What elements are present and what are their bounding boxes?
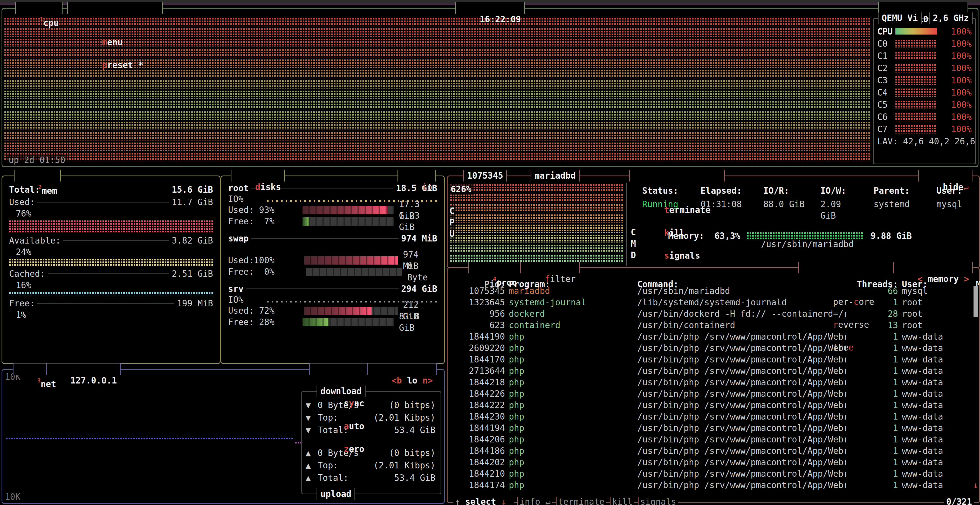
detail-actions[interactable]: terminate kill signals — [629, 170, 725, 182]
cpu-core-row: C6 100% — [873, 111, 975, 123]
update-interval-control[interactable]: - 1000ms + — [878, 2, 968, 14]
proc-filter-button[interactable]: filter — [520, 262, 580, 273]
cpu-option[interactable]: menu — [102, 37, 138, 47]
proc-row[interactable]: 1844170 php /usr/bin/php /srv/www/pmacon… — [452, 354, 967, 365]
mem-item: Free:199 MiB 1% — [9, 298, 213, 322]
proc-row[interactable]: 1844202 php /usr/bin/php /srv/www/pmacon… — [452, 457, 967, 468]
cpu-graph-band — [5, 49, 870, 57]
net-panel: 3net 127.0.0.1 sync auto zero <b lo n> 1… — [2, 369, 445, 504]
cpu-panel: 1cpu menu preset * 16:22:09 - 1000ms + u… — [2, 8, 978, 167]
sort-next-icon[interactable]: > — [964, 274, 969, 284]
disks-panel: disks io root18.5 GiB IO% Used: 93% 17.3… — [221, 175, 445, 364]
proc-footer: ↑ select ↓ info ↵terminatekillsignals 0/… — [453, 496, 974, 505]
net-download-history-line — [6, 438, 294, 440]
cpu-core-row: C5 100% — [873, 99, 975, 111]
cpu-frequency-label: 2,6 GHz — [929, 13, 973, 24]
cpu-graph-band — [5, 153, 870, 161]
detail-action-button[interactable]: terminate — [664, 205, 721, 215]
cpu-core-row: C3 100% — [873, 74, 975, 86]
proc-row[interactable]: 2713644 php /usr/bin/php /srv/www/pmacon… — [452, 365, 967, 377]
proc-row[interactable]: 1844230 php /usr/bin/php /srv/www/pmacon… — [452, 411, 967, 422]
detail-pid-label: 1075345 — [463, 170, 507, 182]
load-average-row: LAV: 42,6 40,2 26,6 — [873, 135, 975, 148]
proc-row[interactable]: 1844186 php /usr/bin/php /srv/www/pmacon… — [452, 445, 967, 457]
proc-row[interactable]: 956 dockerd /usr/bin/dockerd -H fd:// --… — [452, 308, 967, 320]
cpu-hotkey-number: 1 — [40, 16, 43, 22]
download-title: download — [317, 386, 366, 397]
scroll-more-icon[interactable]: ↓ — [973, 480, 978, 491]
net-interface-selector[interactable]: <b lo n> — [367, 363, 437, 375]
detail-graph-band — [450, 184, 624, 192]
proc-row[interactable]: 1844222 php /usr/bin/php /srv/www/pmacon… — [452, 400, 967, 411]
footer-action-button[interactable]: kill — [610, 497, 634, 505]
mem-item-graph — [9, 259, 213, 266]
proc-option[interactable]: per-core — [833, 297, 890, 307]
detail-stat-header: IO/W: — [807, 185, 861, 196]
sort-prev-icon[interactable]: < — [918, 274, 923, 284]
disk-free-bar — [302, 217, 394, 226]
net-scale-bottom-label: 10K — [5, 491, 21, 503]
cpu-core-row: C4 100% — [873, 86, 975, 99]
detail-cpu-percent: 626% — [449, 183, 473, 195]
cpu-graph-band — [5, 18, 870, 26]
cpu-graph-band — [5, 28, 870, 37]
proc-row[interactable]: 1844206 php /usr/bin/php /srv/www/pmacon… — [452, 434, 967, 445]
cpu-menu-button[interactable]: menu preset * — [67, 2, 163, 14]
footer-action-button[interactable]: signals — [638, 497, 678, 505]
mem-hotkey-number: 2 — [38, 184, 41, 190]
cpu-graph-band — [5, 80, 870, 89]
select-down-icon[interactable]: ↓ — [501, 497, 506, 505]
mem-panel-title[interactable]: 2mem — [14, 170, 61, 182]
detail-graph-band — [450, 225, 624, 233]
detail-stat-header: Elapsed: — [687, 185, 750, 196]
proc-row[interactable]: 1323645 systemd-journal /lib/systemd/sys… — [452, 297, 967, 308]
cpu-graph-band — [5, 91, 870, 99]
net-option[interactable]: zero — [344, 444, 375, 454]
cpu-option[interactable]: preset * — [102, 60, 159, 70]
proc-row[interactable]: 2609220 php /usr/bin/php /srv/www/pmacon… — [452, 343, 967, 354]
disk-used-bar — [304, 307, 398, 315]
cpu-panel-title[interactable]: 1cpu — [15, 2, 62, 14]
detail-hide-button[interactable]: hide↵ — [918, 170, 972, 182]
cpu-core-row: C7 100% — [873, 123, 975, 135]
proc-row[interactable]: 1844190 php /usr/bin/php /srv/www/pmacon… — [452, 331, 967, 343]
disk-section: swap974 MiB Used:100% 974 MiB Free: 0% 0… — [228, 233, 437, 277]
mem-panel: 2mem Total:15.6 GiB Used:11.7 GiB 76% Av… — [2, 175, 221, 364]
process-detail-panel: 1075345 mariadbd terminate kill signals … — [447, 175, 980, 268]
cpu-core-box: QEMU Vi 2,6 GHz CPU 100% C0 100% C1 — [873, 18, 976, 164]
disks-io-toggle[interactable]: io — [398, 170, 436, 182]
footer-action-button[interactable]: info ↵ — [517, 497, 552, 505]
proc-sort-selector[interactable]: < memory > — [893, 262, 973, 273]
proc-option[interactable]: tree — [833, 343, 869, 353]
proc-scrollbar[interactable] — [974, 287, 978, 317]
clock: 16:22:09 — [455, 2, 525, 14]
proc-row[interactable]: 1844226 php /usr/bin/php /srv/www/pmacon… — [452, 388, 967, 400]
detail-stat-header: IO/R: — [750, 185, 807, 196]
proc-row[interactable]: 623 containerd /usr/bin/containerd 13 ro… — [452, 320, 967, 331]
detail-stat-value: 2.09 GiB — [807, 199, 861, 221]
mem-item: Used:11.7 GiB 76% — [9, 196, 213, 233]
proc-options[interactable]: per-core reverse tree — [798, 262, 894, 273]
proc-row[interactable]: 1844174 php /usr/bin/php /srv/www/pmacon… — [452, 480, 967, 491]
mem-item-graph — [9, 220, 213, 233]
footer-action-button[interactable]: terminate — [556, 497, 606, 505]
proc-row[interactable]: 1844210 php /usr/bin/php /srv/www/pmacon… — [452, 468, 967, 480]
detail-action-button[interactable]: kill — [664, 228, 695, 238]
select-up-icon[interactable]: ↑ — [455, 497, 460, 505]
cpu-graph-band — [5, 143, 870, 151]
uptime-label: up 2d 01:50 — [6, 155, 67, 166]
proc-row[interactable]: 1844218 php /usr/bin/php /srv/www/pmacon… — [452, 377, 967, 388]
proc-row[interactable]: 1844194 php /usr/bin/php /srv/www/pmacon… — [452, 422, 967, 434]
disks-panel-title[interactable]: disks — [231, 170, 285, 182]
proc-option[interactable]: reverse — [833, 320, 885, 330]
detail-command: /usr/sbin/mariadbd — [640, 239, 975, 250]
upload-title: upload — [317, 488, 355, 500]
net-option[interactable]: auto — [344, 421, 375, 431]
disk-section: srv294 GiB IO% Used: 72% 212 GiB Free: 2… — [228, 283, 437, 328]
net-option[interactable]: sync — [344, 398, 375, 408]
detail-graph-band — [450, 235, 624, 243]
detail-action-button[interactable]: signals — [664, 250, 710, 261]
proc-panel-title[interactable]: 4proc — [468, 262, 521, 273]
detail-stat-value: systemd — [861, 199, 923, 221]
detail-stat-header: Parent: — [861, 185, 923, 196]
